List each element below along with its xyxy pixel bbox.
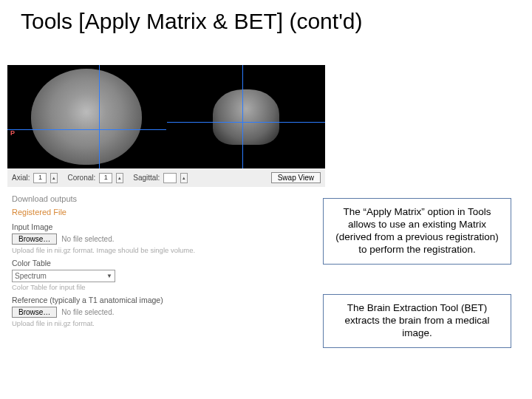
slice-controls: Axial: 1 ▴ Coronal: 1 ▴ Sagittal: ▴ Swap… xyxy=(7,168,325,187)
coronal-brain-image xyxy=(213,89,279,145)
app-panel: P Axial: 1 ▴ Coronal: 1 ▴ Sagittal: ▴ Sw… xyxy=(7,65,325,327)
reference-hint: Upload file in nii.gz format. xyxy=(12,319,321,327)
colortable-select[interactable]: Spectrum ▼ xyxy=(12,270,115,282)
coronal-crosshair-v xyxy=(242,65,243,168)
download-section: Download outputs Registered File Input I… xyxy=(7,187,325,327)
apply-matrix-callout: The “Apply Matrix” option in Tools allow… xyxy=(323,198,511,265)
sagittal-label: Sagittal: xyxy=(133,174,160,182)
sagittal-input[interactable] xyxy=(163,173,177,183)
colortable-value: Spectrum xyxy=(15,272,47,280)
axial-input[interactable]: 1 xyxy=(33,173,47,183)
bet-callout: The Brain Extraction Tool (BET) extracts… xyxy=(323,294,511,348)
coronal-label: Coronal: xyxy=(67,174,95,182)
axial-crosshair-v xyxy=(99,65,100,168)
axial-stepper[interactable]: ▴ xyxy=(50,173,58,183)
input-browse-button[interactable]: Browse… xyxy=(12,233,57,245)
image-viewer: P xyxy=(7,65,325,168)
coronal-input[interactable]: 1 xyxy=(99,173,112,183)
reference-file-row: Browse… No file selected. xyxy=(12,307,321,318)
sagittal-stepper[interactable]: ▴ xyxy=(180,173,188,183)
colortable-hint: Color Table for input file xyxy=(12,283,321,291)
coronal-crosshair-h xyxy=(167,122,326,123)
reference-browse-button[interactable]: Browse… xyxy=(12,307,57,318)
reference-label: Reference (typically a T1 anatomical ima… xyxy=(12,296,321,304)
chevron-down-icon: ▼ xyxy=(106,273,112,279)
coronal-pane[interactable] xyxy=(167,65,326,168)
slide-title: Tools [Apply Matrix & BET] (cont'd) xyxy=(0,0,532,40)
reference-file-status: No file selected. xyxy=(61,308,114,316)
input-file-row: Browse… No file selected. xyxy=(12,233,321,245)
registered-file-link[interactable]: Registered File xyxy=(12,208,321,216)
posterior-marker: P xyxy=(10,129,15,137)
coronal-stepper[interactable]: ▴ xyxy=(116,173,123,183)
input-file-status: No file selected. xyxy=(61,235,114,243)
input-image-label: Input Image xyxy=(12,222,321,231)
input-hint: Upload file in nii.gz format. Image shou… xyxy=(12,246,321,254)
download-title: Download outputs xyxy=(12,194,321,203)
axial-label: Axial: xyxy=(12,174,30,182)
axial-brain-image xyxy=(31,69,142,165)
axial-crosshair-h xyxy=(7,129,166,130)
colortable-label: Color Table xyxy=(12,259,321,267)
swap-view-button[interactable]: Swap View xyxy=(271,172,321,183)
axial-pane[interactable]: P xyxy=(7,65,167,168)
